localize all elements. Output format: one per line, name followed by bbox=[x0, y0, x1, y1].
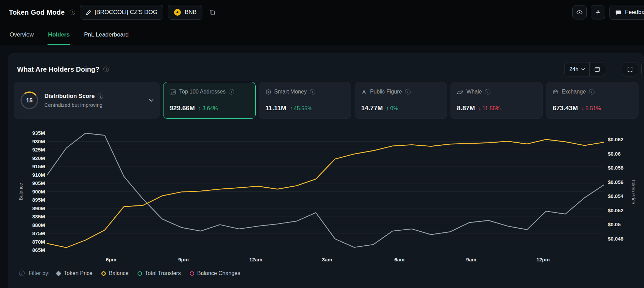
chart-area: 935M930M925M920M915M910M905M900M895M890M… bbox=[8, 128, 644, 265]
stat-label: Whale bbox=[467, 89, 482, 95]
stat-tile-top-100-addresses[interactable]: Top 100 Addresses 929.66M ↑3.64% bbox=[163, 82, 256, 119]
distribution-score-subtitle: Centralized but improving bbox=[44, 102, 103, 108]
copy-button[interactable] bbox=[207, 7, 217, 17]
legend-item-total-transfers[interactable]: Total Transfers bbox=[138, 270, 181, 276]
info-icon[interactable] bbox=[485, 89, 490, 95]
distribution-score-tile[interactable]: 15 Distribution Score Centralized but im… bbox=[14, 82, 160, 119]
whale-icon bbox=[457, 89, 463, 95]
info-icon[interactable] bbox=[70, 10, 75, 15]
svg-text:$: $ bbox=[268, 90, 269, 93]
eye-icon bbox=[576, 9, 583, 16]
collapse-button[interactable] bbox=[641, 62, 644, 76]
svg-text:Token Price: Token Price bbox=[631, 179, 636, 204]
calendar-button[interactable] bbox=[590, 62, 605, 76]
tab-pnl-leaderboard[interactable]: PnL Leaderboard bbox=[83, 25, 129, 45]
token-name: [BROCCOLI] CZ'S DOG bbox=[95, 9, 158, 16]
legend-item-balance[interactable]: Balance bbox=[101, 270, 129, 276]
svg-text:935M: 935M bbox=[32, 130, 45, 136]
stat-label: Exchange bbox=[561, 89, 586, 95]
svg-text:6pm: 6pm bbox=[106, 257, 116, 262]
chevron-down-icon bbox=[581, 68, 585, 71]
svg-text:9pm: 9pm bbox=[178, 257, 189, 262]
distribution-score-value: 15 bbox=[26, 97, 33, 104]
holders-chart[interactable]: 935M930M925M920M915M910M905M900M895M890M… bbox=[8, 128, 636, 265]
info-icon[interactable] bbox=[103, 67, 109, 72]
fullscreen-icon bbox=[627, 66, 633, 72]
page-title: Token God Mode bbox=[9, 9, 65, 16]
stat-tile-smart-money[interactable]: $ Smart Money 11.11M ↑45.55% bbox=[259, 82, 352, 119]
panel-actions: 24h bbox=[564, 62, 644, 76]
holders-panel: What Are Holders Doing? 24h bbox=[8, 53, 644, 288]
stat-value: 8.87M bbox=[457, 104, 475, 112]
svg-text:Balance: Balance bbox=[18, 183, 24, 200]
stat-tile-exchange[interactable]: Exchange 673.43M ↓5.51% bbox=[546, 82, 639, 119]
info-icon[interactable] bbox=[229, 89, 234, 95]
stat-value: 673.43M bbox=[553, 104, 578, 112]
calendar-icon bbox=[594, 66, 600, 72]
distribution-score-label: Distribution Score bbox=[44, 93, 95, 100]
feedback-button[interactable]: Feedback bbox=[609, 5, 644, 20]
tab-holders[interactable]: Holders bbox=[47, 25, 70, 45]
stats-row: 15 Distribution Score Centralized but im… bbox=[14, 82, 639, 119]
svg-text:925M: 925M bbox=[32, 147, 45, 153]
filter-by-label: Filter by: bbox=[29, 270, 49, 276]
stat-tile-whale[interactable]: Whale 8.87M ↓11.55% bbox=[450, 82, 543, 119]
pin-button[interactable] bbox=[591, 5, 605, 19]
watch-button[interactable] bbox=[572, 5, 587, 19]
info-icon[interactable] bbox=[589, 89, 595, 95]
timeframe-value: 24h bbox=[569, 66, 578, 72]
svg-text:6am: 6am bbox=[394, 257, 404, 262]
chain-label: BNB bbox=[185, 9, 197, 16]
chevron-down-icon[interactable] bbox=[149, 99, 154, 102]
stat-change: ↑0% bbox=[386, 105, 398, 112]
svg-text:890M: 890M bbox=[32, 205, 45, 211]
addresses-icon bbox=[170, 89, 176, 95]
copy-icon bbox=[209, 9, 215, 15]
stat-label: Public Figure bbox=[370, 89, 402, 95]
svg-text:870M: 870M bbox=[32, 239, 45, 245]
main-content: What Are Holders Doing? 24h bbox=[0, 45, 644, 288]
stat-value: 929.66M bbox=[170, 104, 195, 112]
total-transfers-marker-icon bbox=[138, 271, 142, 276]
svg-text:3am: 3am bbox=[322, 257, 332, 262]
svg-text:9am: 9am bbox=[466, 257, 476, 262]
bnb-coin-icon bbox=[174, 9, 181, 16]
legend-item-token-price[interactable]: Token Price bbox=[56, 270, 92, 276]
svg-text:12pm: 12pm bbox=[536, 257, 550, 262]
stat-tile-public-figure[interactable]: Public Figure 14.77M ↑0% bbox=[355, 82, 447, 119]
feedback-label: Feedback bbox=[625, 9, 644, 16]
panel-header: What Are Holders Doing? 24h bbox=[8, 53, 644, 76]
svg-text:$0.048: $0.048 bbox=[608, 236, 624, 242]
pencil-icon bbox=[86, 10, 91, 15]
info-icon[interactable] bbox=[310, 89, 315, 95]
svg-text:885M: 885M bbox=[32, 214, 45, 219]
legend-label: Total Transfers bbox=[145, 270, 181, 276]
stat-label: Smart Money bbox=[274, 89, 307, 95]
timeframe-dropdown[interactable]: 24h bbox=[565, 62, 589, 76]
stat-change: ↑45.55% bbox=[290, 105, 312, 112]
stat-value: 14.77M bbox=[361, 104, 383, 112]
token-price-marker-icon bbox=[56, 271, 61, 276]
legend-item-balance-changes[interactable]: Balance Changes bbox=[190, 270, 240, 276]
svg-text:915M: 915M bbox=[32, 163, 45, 169]
svg-text:895M: 895M bbox=[32, 197, 45, 203]
stat-change: ↓5.51% bbox=[581, 105, 601, 112]
svg-text:$0.052: $0.052 bbox=[608, 207, 624, 213]
fullscreen-button[interactable] bbox=[623, 62, 637, 76]
legend-label: Token Price bbox=[64, 270, 92, 276]
stat-label: Top 100 Addresses bbox=[179, 89, 226, 95]
chain-selector[interactable]: BNB bbox=[168, 5, 202, 20]
svg-text:12am: 12am bbox=[249, 257, 262, 262]
tab-overview[interactable]: Overview bbox=[9, 25, 34, 45]
legend-label: Balance Changes bbox=[197, 270, 240, 276]
balance-marker-icon bbox=[101, 271, 106, 276]
chart-legend: Filter by: Token Price Balance Total Tra… bbox=[8, 265, 644, 276]
token-selector[interactable]: [BROCCOLI] CZ'S DOG bbox=[80, 5, 163, 20]
svg-text:$0.056: $0.056 bbox=[608, 179, 624, 185]
info-icon[interactable] bbox=[405, 89, 411, 95]
info-icon[interactable] bbox=[98, 93, 103, 99]
info-icon[interactable] bbox=[19, 271, 25, 276]
topbar: Token God Mode [BROCCOLI] CZ'S DOG BNB bbox=[0, 0, 644, 25]
svg-text:$0.05: $0.05 bbox=[608, 221, 621, 227]
svg-text:905M: 905M bbox=[32, 180, 45, 186]
